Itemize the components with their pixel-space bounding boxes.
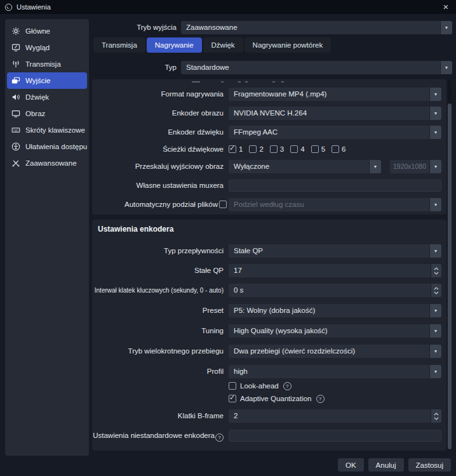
chevron-down-icon: ▼ [429,365,441,378]
accessibility-icon [11,142,20,151]
recording-settings-panel: Format nagrywania Fragmentowane MP4 (.mp… [92,79,446,215]
chevron-down-icon: ▼ [429,304,441,317]
rescale-select[interactable]: Wyłączone ▼ [229,160,381,173]
chevron-down-icon: ▼ [429,198,441,211]
chevron-down-icon: ▼ [429,244,441,258]
muxer-settings-label: Własne ustawienia muxera [137,179,224,192]
preset-label: Preset [203,304,224,317]
audio-track-5: ✓5 [311,145,325,153]
type-label: Typ [164,61,177,74]
sidebar-item-label: Wygląd [25,44,50,51]
audio-track-1: ✓1 [229,145,243,153]
tab-streaming[interactable]: Transmisja [93,37,145,53]
tab-replay-buffer[interactable]: Nagrywanie powtórek [245,37,332,53]
sidebar-item-appearance[interactable]: Wygląd [7,39,87,56]
sidebar-item-audio[interactable]: Dźwięk [7,89,87,105]
chevron-down-icon: ▼ [429,160,441,173]
ok-button[interactable]: OK [338,458,364,472]
tab-recording[interactable]: Nagrywanie [147,37,202,53]
tuning-select[interactable]: High Quality (wysoka jakość) ▼ [229,324,441,338]
audio-icon [11,93,20,102]
sidebar-item-label: Skróty klawiszowe [25,126,85,134]
sidebar-item-label: Transmisja [25,60,61,68]
spinner-down-icon [434,272,439,275]
rate-control-label: Typ przepływności [164,244,224,258]
bframes-label: Klatki B-frame [178,409,224,423]
adaptive-quantization-checkbox[interactable]: ✓ [229,395,236,402]
vertical-scrollbar[interactable] [448,81,452,451]
scrollbar-thumb[interactable] [448,103,452,449]
sidebar-item-advanced[interactable]: Zaawansowane [7,155,87,171]
window-title: Ustawienia [17,3,51,11]
audio-track-6-checkbox[interactable]: ✓ [332,145,339,153]
spinner-buttons[interactable] [431,409,441,423]
tab-audio[interactable]: Dźwięk [203,37,243,53]
close-icon[interactable]: × [440,1,452,13]
audio-track-4: ✓4 [290,145,304,153]
sidebar-item-accessibility[interactable]: Ułatwienia dostępu [7,138,87,155]
audio-tracks-label: Ścieżki dźwiękowe [163,143,224,156]
multipass-select[interactable]: Dwa przebiegi (ćwierć rozdzielczości) ▼ [229,345,441,358]
rescale-label: Przeskaluj wyjściowy obraz [135,160,224,173]
auto-split-mode-select[interactable]: Podziel według czasu ▼ [229,198,441,211]
output-mode-label: Tryb wyjścia [137,21,177,34]
obs-logo-icon [4,3,13,11]
output-mode-value: Zaawansowane [186,21,238,34]
dialog-buttons: OK Anuluj Zastosuj [338,458,451,472]
rescale-resolution-select[interactable]: 1920x1080 ▼ [390,160,441,173]
cqp-label: Stałe QP [194,264,224,277]
spinner-buttons[interactable] [431,264,441,277]
audio-track-1-checkbox[interactable]: ✓ [229,145,236,153]
spinner-buttons[interactable] [431,284,441,297]
video-encoder-select[interactable]: NVIDIA NVENC H.264 ▼ [229,107,441,120]
custom-encoder-settings-label: Ustawienia niestandardowe enkodera? [93,429,224,442]
advanced-icon [11,159,20,168]
profile-select[interactable]: high ▼ [229,365,441,378]
spinner-up-icon [434,267,439,270]
keyframe-interval-spinner[interactable]: 0 s [229,284,441,297]
lookahead-label: Look-ahead [240,382,279,390]
apply-button[interactable]: Zastosuj [408,458,451,472]
chevron-down-icon: ▼ [429,126,441,139]
sidebar-item-stream[interactable]: Transmisja [7,56,87,72]
cancel-button[interactable]: Anuluj [368,458,404,472]
sidebar-item-general[interactable]: Główne [7,23,87,39]
chevron-down-icon: ▼ [440,21,452,34]
audio-track-2-checkbox[interactable]: ✓ [249,145,257,153]
output-mode-select[interactable]: Zaawansowane ▼ [181,21,452,34]
audio-track-3: ✓3 [270,145,284,153]
title-bar: Ustawienia × [0,0,456,14]
audio-track-5-checkbox[interactable]: ✓ [311,145,319,153]
audio-encoder-select[interactable]: FFmpeg AAC ▼ [229,126,441,139]
rate-control-select[interactable]: Stałe QP ▼ [229,244,441,258]
chevron-down-icon: ▼ [429,345,441,358]
sidebar-item-output[interactable]: Wyjście [7,72,87,89]
chevron-down-icon: ▼ [429,107,441,120]
spinner-up-icon [434,413,439,416]
encoder-settings-panel: Ustawienia enkodera Typ przepływności St… [92,220,446,451]
muxer-settings-input[interactable] [229,180,441,192]
sidebar-item-label: Ułatwienia dostępu [25,143,87,150]
audio-encoder-label: Enkoder dźwięku [168,126,224,139]
sidebar-item-label: Zaawansowane [25,159,77,167]
spinner-down-icon [434,417,439,420]
audio-track-3-checkbox[interactable]: ✓ [270,145,278,153]
sidebar-item-video[interactable]: Obraz [7,105,87,122]
settings-window: Ustawienia × Główne Wygląd Transmisja Wy… [0,0,456,476]
lookahead-checkbox[interactable]: ✓ [229,382,236,390]
audio-track-4-checkbox[interactable]: ✓ [290,145,298,153]
broadcast-icon [11,60,20,69]
cqp-spinner[interactable]: 17 [229,264,441,277]
lookahead-row: ✓ Look-ahead ? [229,381,292,390]
bframes-spinner[interactable]: 2 [229,409,441,423]
type-select[interactable]: Standardowe ▼ [181,61,452,74]
spinner-down-icon [434,291,439,294]
custom-encoder-settings-input[interactable] [229,430,441,442]
recording-format-label: Format nagrywania [161,88,224,101]
auto-split-checkbox[interactable]: ✓ [219,201,227,208]
adaptive-quantization-label: Adaptive Quantization [240,395,312,402]
recording-format-select[interactable]: Fragmentowane MP4 (.mp4) ▼ [229,88,441,101]
preset-select[interactable]: P5: Wolny (dobra jakość) ▼ [229,304,441,317]
chevron-down-icon: ▼ [369,160,381,173]
sidebar-item-hotkeys[interactable]: Skróty klawiszowe [7,122,87,138]
